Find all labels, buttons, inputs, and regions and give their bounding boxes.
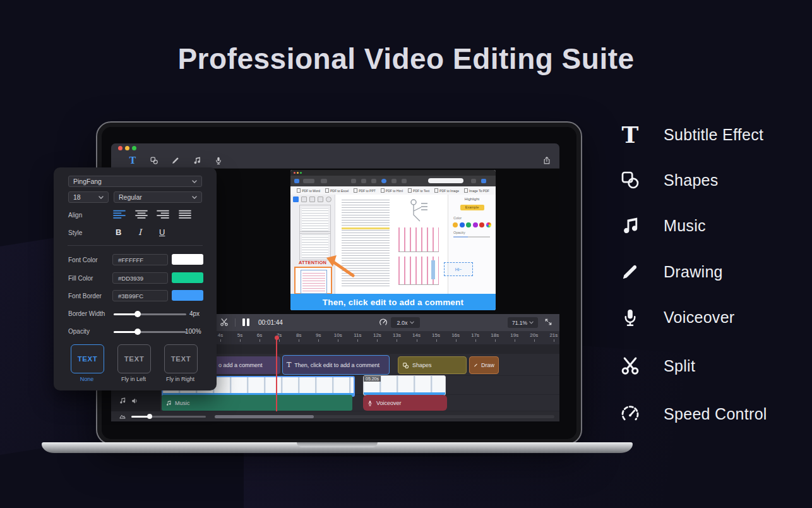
pencil-icon [474,362,478,368]
opacity-label: Opacity [68,328,90,335]
ruler-tick: 11s [350,332,364,338]
outline-view-icon [301,197,307,202]
draw-clip-label: Draw [481,362,494,368]
feature-label: Drawing [664,263,723,281]
color-label: Color [453,216,462,220]
page-thumbnail [299,205,331,234]
ruler-tick: 19s [508,332,522,338]
highlight-panel-title: Highlight [448,197,496,201]
fullscreen-button[interactable] [544,318,552,326]
pdf-editor-icon [371,179,376,183]
border-width-slider-thumb[interactable] [134,311,141,317]
pencil-icon [171,156,180,165]
window-titlebar [111,143,559,153]
maximize-button[interactable] [132,146,136,150]
font-color-swatch[interactable] [172,254,203,265]
ruler-tick: 16s [449,332,463,338]
font-family-select[interactable]: PingFang [68,176,202,187]
align-center-button[interactable] [135,210,148,219]
animation-option-fly-in-left[interactable]: TEXT Fly in Left [117,344,150,373]
text-annotation-box: Hi~ [444,262,473,276]
mute-track-button[interactable] [131,397,139,405]
thumbnail-view-icon [293,197,299,202]
chevron-down-icon [192,196,197,199]
animation-preview[interactable]: TEXT [71,344,104,373]
shapes-tool-button[interactable] [149,155,159,166]
text-clip-icon: T [287,361,291,369]
draw-tool-button[interactable] [170,155,181,166]
font-size-select[interactable]: 18 [68,191,109,203]
export-button[interactable] [542,155,552,166]
scissors-icon [220,318,229,327]
fill-color-input[interactable]: #DD3939 [112,272,168,284]
feature-drawing: Drawing [616,257,805,286]
bold-button[interactable]: B [116,227,121,237]
zoom-level-select[interactable]: 71.1% [508,317,538,328]
mic-icon [616,307,645,327]
pdf-convert-button: PDF to Excel [325,188,349,193]
ruler-tick: 8s [292,332,306,338]
align-right-button[interactable] [157,210,169,219]
orange-arrow [324,254,357,279]
voiceover-clip-label: Voiceover [376,400,402,406]
text-tool-button[interactable]: T [128,155,138,166]
minimize-button[interactable] [125,146,129,150]
feature-shapes: Shapes [616,166,805,195]
voiceover-clip[interactable]: Voiceover [363,395,447,411]
track-zoom-icon [119,413,126,420]
align-justify-button[interactable] [179,210,191,219]
share-icon [542,156,551,165]
chevron-down-icon [192,180,197,183]
annotation-text: Hi~ [455,267,462,272]
speed-select[interactable]: 2.0x [391,317,420,328]
close-button[interactable] [118,146,122,150]
animation-option-none[interactable]: TEXT None [71,344,103,373]
italic-button[interactable]: I [138,227,141,237]
opacity-label: Opacity [453,231,465,234]
text-clip-selected[interactable]: T Then, click edit to add a comment [282,355,390,375]
timeline-scrollbar-thumb[interactable] [215,415,314,418]
voiceover-tool-button[interactable] [213,155,224,166]
ruler-tick: 18s [488,332,502,338]
draw-clip[interactable]: Draw [469,356,499,374]
animation-option-fly-in-right[interactable]: TEXT Fly in Right [164,344,196,373]
align-left-button[interactable] [113,210,126,219]
pdf-convert-button: PDF to Html [381,188,403,193]
border-width-value: 4px [189,310,200,317]
ruler-tick: 17s [469,332,482,338]
font-family-value: PingFang [73,178,102,185]
music-clip[interactable]: Music [162,395,352,411]
editor-toolbar: T [111,153,559,169]
animation-preview[interactable]: TEXT [164,344,198,373]
highlighted-text [342,227,390,229]
animation-preview[interactable]: TEXT [117,344,151,373]
chevron-down-icon [529,321,534,324]
font-border-input[interactable]: #3B99FC [112,290,168,301]
playhead[interactable] [276,337,277,411]
feature-label: Music [664,217,706,235]
font-border-swatch[interactable] [172,290,203,301]
video-clip[interactable]: 05.20s [363,375,446,396]
font-color-input[interactable]: #FFFFFF [112,254,168,265]
track-zoom-slider-thumb[interactable] [147,414,152,419]
pdf-convert-button: Image To PDF [464,188,489,193]
text-clip[interactable]: o add a comment [215,356,280,374]
pdf-convert-button: PDF to Text [408,188,429,193]
opacity-slider-thumb[interactable] [134,329,141,335]
shapes-clip[interactable]: Shapes [398,356,467,374]
align-right-icon [157,210,169,219]
font-weight-select[interactable]: Regular [114,191,202,203]
pause-button-bar[interactable] [247,318,249,326]
underline-button[interactable]: U [159,227,165,237]
music-tool-button[interactable] [192,155,202,166]
ruler-tick: 9s [311,332,325,338]
video-clip-duration: 05.20s [364,376,381,382]
highlight-example: Example [460,205,484,210]
split-button[interactable] [220,318,229,327]
pdf-convert-button: PDF to PPT [354,188,376,193]
pdf-panel-icon [294,179,299,183]
highlight-color-dot [466,222,471,227]
fill-color-swatch[interactable] [172,272,203,283]
pdf-display-icon [391,179,397,183]
pause-button[interactable] [242,318,245,326]
